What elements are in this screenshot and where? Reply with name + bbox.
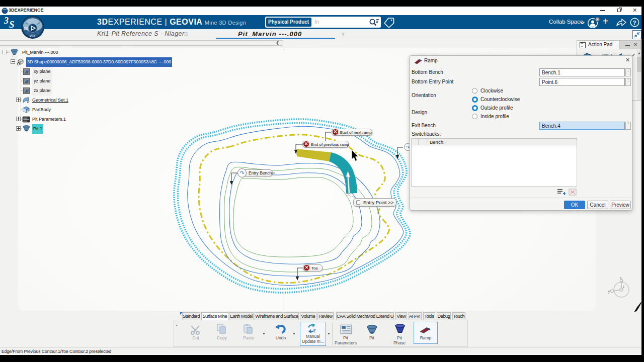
svg-text:y: y [608,290,610,294]
svg-text:3D: 3D [24,27,28,30]
svg-text:?: ? [633,20,636,26]
svg-text:S: S [9,19,15,29]
svg-text:V.R: V.R [30,34,35,38]
svg-text:3: 3 [4,16,9,26]
svg-text:z: z [623,285,624,288]
